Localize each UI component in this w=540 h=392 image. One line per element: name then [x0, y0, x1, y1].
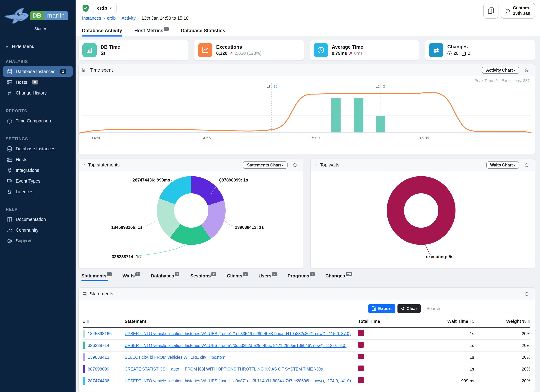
- statement-id-link[interactable]: 287474436: [88, 378, 109, 383]
- export-label: Export: [378, 306, 392, 311]
- col-header-statement[interactable]: Statement: [125, 319, 358, 324]
- tab-database-activity[interactable]: Database Activity: [82, 28, 122, 36]
- breadcrumb-activity[interactable]: Activity: [121, 16, 135, 21]
- breadcrumb-current-range: 13th Jan 14:50 to 15:10: [141, 16, 189, 21]
- statement-sql-link[interactable]: CREATE STATISTICS __auto__ FROM [63] WIT…: [125, 367, 358, 371]
- sidebar-item-label: Integrations: [16, 168, 39, 173]
- statement-id-link[interactable]: 326238714: [88, 343, 109, 348]
- sidebar-item-licences[interactable]: Licences: [3, 187, 73, 197]
- executions-bar: [331, 98, 340, 133]
- slice-label-1845898166[interactable]: 1845898166: 1s: [79, 225, 143, 230]
- col-header-wait-time[interactable]: Wait Time↑⇅: [408, 319, 474, 324]
- table-row[interactable]: 887898099 CREATE STATISTICS __auto__ FRO…: [83, 363, 530, 375]
- collapse-panel-button[interactable]: ⊖: [522, 67, 531, 73]
- collapse-panel-button[interactable]: ⊖: [522, 162, 531, 168]
- event-change-count: 0: [468, 51, 470, 56]
- sidebar-item-community[interactable]: Community: [3, 225, 73, 235]
- activity-chart-select[interactable]: Activity Chart ▾: [482, 66, 520, 74]
- sidebar-item-integrations[interactable]: Integrations: [3, 165, 73, 175]
- slice-label-287474436[interactable]: 287474436: 999ms: [93, 178, 170, 183]
- tab-sessions[interactable]: Sessions2: [190, 273, 216, 281]
- copy-icon: [488, 7, 494, 14]
- collapse-panel-button[interactable]: ⊖: [290, 162, 299, 168]
- tab-badge: 2: [211, 272, 216, 276]
- collapse-chevrons-icon: «: [6, 44, 8, 49]
- copy-link-button[interactable]: [483, 3, 499, 19]
- tab-databases[interactable]: Databases1: [151, 273, 180, 281]
- statements-chart-select[interactable]: Statements Chart ▾: [243, 161, 288, 169]
- statement-id-link[interactable]: 1845898166: [88, 331, 112, 336]
- change-annotation-count[interactable]: 16: [274, 84, 278, 89]
- statement-sql-link[interactable]: UPSERT INTO vehicle_location_histories V…: [125, 343, 358, 347]
- tab-users[interactable]: Users2: [259, 273, 277, 281]
- sidebar-item-documentation[interactable]: Documentation: [3, 214, 73, 224]
- breadcrumb-separator-icon: ›: [138, 16, 139, 21]
- hide-menu-button[interactable]: « Hide Menu: [0, 40, 75, 53]
- breadcrumb-instances[interactable]: Instances: [82, 16, 101, 21]
- export-button[interactable]: Export: [368, 304, 395, 313]
- tab-statements[interactable]: Statements5: [81, 273, 112, 281]
- tab-database-statistics[interactable]: Database Statistics: [181, 28, 225, 36]
- tab-waits[interactable]: Waits1: [122, 273, 140, 281]
- tab-changes[interactable]: Changes20: [325, 273, 352, 281]
- time-range-button[interactable]: ◷ Custom 13th Jan: [501, 3, 535, 19]
- search-input[interactable]: [423, 303, 530, 313]
- people-icon: [6, 227, 13, 233]
- slice-label-executing[interactable]: executing: 5s: [426, 254, 453, 259]
- sidebar-item-database-instances[interactable]: Database Instances 1: [3, 66, 73, 77]
- sidebar-item-hosts[interactable]: Hosts 0: [3, 77, 73, 87]
- table-row[interactable]: 139638413 SELECT city, id FROM vehicles …: [83, 351, 530, 363]
- col-header-weight[interactable]: Weight %⇅: [474, 319, 530, 324]
- time-range-date: 13th Jan: [513, 11, 530, 16]
- sidebar-item-settings-database-instances[interactable]: Database Instances: [3, 144, 73, 154]
- section-title: REPORTS: [0, 104, 75, 115]
- x-tick: 14:55: [201, 136, 211, 140]
- card-delta: 2,830 (123%): [235, 51, 261, 56]
- statement-sql-link[interactable]: UPSERT INTO vehicle_location_histories V…: [125, 379, 358, 383]
- trend-up-icon: ↗: [229, 51, 233, 56]
- col-header-id[interactable]: #⇅: [83, 319, 125, 324]
- statement-sql-link[interactable]: UPSERT INTO vehicle_location_histories V…: [125, 332, 358, 336]
- statement-color-chip: [83, 342, 85, 349]
- slice-label-139638413[interactable]: 139638413: 1s: [235, 225, 264, 230]
- tab-label: Users: [259, 273, 271, 278]
- total-time-bar: [358, 330, 364, 336]
- sidebar-item-label: Documentation: [16, 217, 46, 222]
- card-db-time: DB Time 5s: [78, 40, 188, 60]
- sidebar-item-event-types[interactable]: Event Types: [3, 176, 73, 186]
- change-icon[interactable]: ⇄: [267, 84, 270, 89]
- tab-clients[interactable]: Clients2: [227, 273, 248, 281]
- statement-id-link[interactable]: 887898099: [88, 367, 109, 372]
- tab-programs[interactable]: Programs2: [288, 273, 315, 281]
- top-waits-panel: ◔ Top waits Waits Chart ▾ ⊖ executing: 5…: [310, 159, 535, 269]
- change-icon[interactable]: ⇄: [376, 84, 380, 89]
- sidebar-item-time-comparison[interactable]: ◯︎ Time Comparison: [3, 116, 73, 126]
- sidebar-item-change-history[interactable]: ⇄ Change History: [3, 88, 73, 98]
- breadcrumb-instance[interactable]: crdb: [107, 16, 116, 21]
- table-row[interactable]: 1845898166 UPSERT INTO vehicle_location_…: [83, 327, 530, 339]
- tab-label: Programs: [288, 273, 309, 278]
- statements-toolbar: Export ↺ Clear: [79, 300, 535, 316]
- page-tabs: Database Activity Host Metrics0 Database…: [75, 25, 540, 37]
- statement-id-link[interactable]: 139638413: [88, 355, 109, 360]
- waits-chart-select[interactable]: Waits Chart ▾: [486, 161, 519, 169]
- statement-sql-link[interactable]: SELECT city, id FROM vehicles WHERE city…: [125, 355, 358, 359]
- table-row[interactable]: 326238714 UPSERT INTO vehicle_location_h…: [83, 339, 530, 351]
- slice-label-887898099[interactable]: 887898099: 1s: [219, 178, 248, 183]
- col-header-total-time[interactable]: Total Time: [358, 319, 408, 324]
- clear-button[interactable]: ↺ Clear: [397, 304, 421, 313]
- tab-host-metrics[interactable]: Host Metrics0: [134, 28, 169, 36]
- sidebar-item-label: Database Instances: [16, 146, 55, 151]
- instance-selector[interactable]: crdb ▾: [92, 3, 117, 13]
- change-annotation-count[interactable]: 2: [383, 84, 385, 89]
- card-title: Changes: [447, 44, 470, 49]
- collapse-panel-button[interactable]: ⊖: [522, 291, 531, 297]
- sidebar-item-support[interactable]: Support: [3, 236, 73, 246]
- total-time-bar: [358, 377, 364, 383]
- brand-logo[interactable]: DB marlin Starter: [0, 0, 75, 40]
- table-row[interactable]: 287474436 UPSERT INTO vehicle_location_h…: [83, 375, 530, 387]
- slice-label-326238714[interactable]: 326238714: 1s: [112, 254, 141, 259]
- main-area: crdb ▾ Instances › crdb › Activity › 13t…: [75, 0, 540, 392]
- sidebar-item-settings-hosts[interactable]: Hosts: [3, 154, 73, 165]
- tab-label: Clients: [227, 273, 242, 278]
